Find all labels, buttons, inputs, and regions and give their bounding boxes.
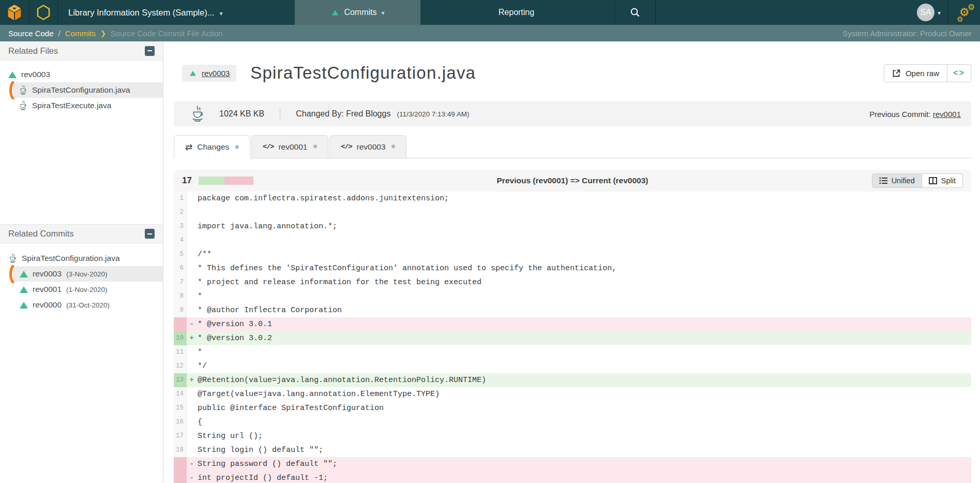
- divider: [280, 108, 280, 120]
- diff-marker: [187, 443, 197, 457]
- revision-badge[interactable]: rev0003: [182, 65, 236, 82]
- commit-triangle-icon: [8, 71, 17, 78]
- tree-file-selected[interactable]: SpiraTestConfiguration.java: [13, 82, 163, 98]
- diff-marker: [187, 345, 197, 359]
- open-raw-button[interactable]: Open raw: [884, 65, 947, 82]
- commit-label: rev0001: [33, 285, 62, 294]
- code-text: {: [197, 415, 202, 429]
- code-line: 15 public @interface SpiraTestConfigurat…: [174, 401, 971, 415]
- previous-commit-link[interactable]: rev0001: [933, 110, 961, 119]
- code-icon: </>: [263, 143, 274, 151]
- diff-marker: [187, 219, 197, 233]
- code-text: @Target(value=java.lang.annotation.Eleme…: [197, 387, 440, 401]
- commit-date: (1-Nov-2020): [66, 286, 108, 294]
- code-text: String password () default "";: [197, 457, 337, 471]
- line-number: 7: [174, 275, 187, 289]
- view-code-button[interactable]: <>: [947, 65, 971, 82]
- code-diff: 1 package com.inflectra.spiratest.addons…: [174, 192, 971, 483]
- file-view-tabs: ⇄ Changes * </> rev0001 * </> rev0003 *: [174, 135, 971, 158]
- global-search-button[interactable]: [614, 0, 656, 25]
- selection-bracket-icon: [8, 81, 14, 99]
- split-label: Split: [941, 177, 956, 185]
- breadcrumb-chevron-icon: ❯: [100, 30, 106, 37]
- code-line: 6 * This defines the 'SpiraTestConfigura…: [174, 261, 971, 275]
- workspace-hexagon-icon[interactable]: [29, 0, 58, 25]
- diff-marker: -: [187, 317, 197, 331]
- code-text: *: [197, 345, 202, 359]
- diff-marker: [187, 401, 197, 415]
- diff-stat-bars: [199, 177, 253, 185]
- split-view-button[interactable]: Split: [922, 174, 962, 187]
- commit-triangle-icon: [190, 70, 196, 76]
- selection-bracket-icon: [8, 265, 14, 283]
- commits-file-label: SpiraTestConfiguration.java: [22, 254, 120, 263]
- product-name: Library Information System (Sample)...: [68, 8, 214, 18]
- line-number: 18: [174, 443, 187, 457]
- deletions-bar: [224, 177, 253, 185]
- additions-bar: [199, 177, 224, 185]
- tab-rev0001[interactable]: </> rev0001 *: [251, 135, 328, 158]
- diff-marker: -: [187, 471, 197, 483]
- avatar: SA: [917, 4, 934, 21]
- tree-node-revision[interactable]: rev0003: [0, 67, 163, 82]
- breadcrumb-commits[interactable]: Commits: [65, 29, 96, 38]
- diff-marker: [187, 429, 197, 443]
- file-actions-group: Open raw <>: [884, 64, 971, 82]
- related-commits-title: Related Commits: [8, 229, 74, 239]
- inflectra-logo[interactable]: [0, 0, 29, 25]
- line-number: 13: [174, 373, 187, 387]
- diff-marker: [187, 387, 197, 401]
- code-line: 7 * project and release information for …: [174, 275, 971, 289]
- commit-item-selected[interactable]: rev0003 (3-Nov-2020): [13, 266, 163, 282]
- external-link-icon: [892, 69, 901, 78]
- commits-file-node[interactable]: SpiraTestConfiguration.java: [0, 251, 163, 266]
- open-raw-label: Open raw: [906, 69, 939, 78]
- code-text: * @version 3.0.1: [197, 317, 272, 331]
- chevron-down-icon: [219, 8, 222, 18]
- top-navigation-bar: Library Information System (Sample)... C…: [0, 0, 980, 25]
- collapse-section-button[interactable]: [145, 46, 155, 56]
- line-number: 11: [174, 345, 187, 359]
- commit-item[interactable]: rev0000 (31-Oct-2020): [13, 297, 163, 313]
- code-line: 17 String url ();: [174, 429, 971, 443]
- line-number: 1: [174, 192, 187, 206]
- collapse-section-button[interactable]: [145, 229, 155, 239]
- line-number: 10: [174, 331, 187, 345]
- diff-marker: [187, 303, 197, 317]
- diff-marker: +: [187, 373, 197, 387]
- code-line: 2: [174, 206, 971, 219]
- tree-file[interactable]: SpiraTestExecute.java: [13, 98, 163, 113]
- breadcrumb-source-code[interactable]: Source Code: [8, 29, 54, 38]
- line-number: [174, 471, 187, 483]
- tab-changes[interactable]: ⇄ Changes *: [174, 135, 250, 158]
- line-number: 9: [174, 303, 187, 317]
- tree-file-label: SpiraTestConfiguration.java: [32, 85, 130, 95]
- tab-label: rev0003: [357, 142, 386, 152]
- diff-marker: [187, 206, 197, 219]
- diff-marker: [187, 233, 197, 247]
- chevron-down-icon: [382, 8, 385, 17]
- line-number: 4: [174, 233, 187, 247]
- sidebar: Related Files rev0003 SpiraTestConfigura…: [0, 41, 163, 483]
- changed-timestamp: (11/3/2020 7:13:49 AM): [397, 110, 469, 118]
- line-number: 5: [174, 247, 187, 261]
- admin-settings-button[interactable]: [948, 0, 980, 25]
- tab-rev0003[interactable]: </> rev0003 *: [329, 135, 406, 158]
- code-text: * This defines the 'SpiraTestConfigurati…: [197, 261, 616, 275]
- user-menu[interactable]: SA: [910, 4, 948, 21]
- commit-item[interactable]: rev0001 (1-Nov-2020): [13, 282, 163, 297]
- unified-view-button[interactable]: Unified: [872, 174, 922, 187]
- code-line: 18 String login () default "";: [174, 443, 971, 457]
- diff-view-toggle: Unified Split: [872, 173, 963, 188]
- tab-label: rev0001: [278, 142, 307, 152]
- code-line: 8 *: [174, 289, 971, 303]
- nav-tab-commits[interactable]: Commits: [295, 0, 420, 25]
- related-files-header: Related Files: [0, 41, 163, 61]
- code-line: 14 @Target(value=java.lang.annotation.El…: [174, 387, 971, 401]
- split-columns-icon: [929, 177, 937, 184]
- compare-label: Previous (rev0001) => Current (rev0003): [497, 176, 649, 185]
- code-text: import java.lang.annotation.*;: [197, 219, 337, 233]
- product-selector-dropdown[interactable]: Library Information System (Sample)...: [58, 0, 233, 25]
- nav-tab-reporting[interactable]: Reporting: [451, 0, 581, 25]
- revision-link[interactable]: rev0003: [202, 69, 230, 78]
